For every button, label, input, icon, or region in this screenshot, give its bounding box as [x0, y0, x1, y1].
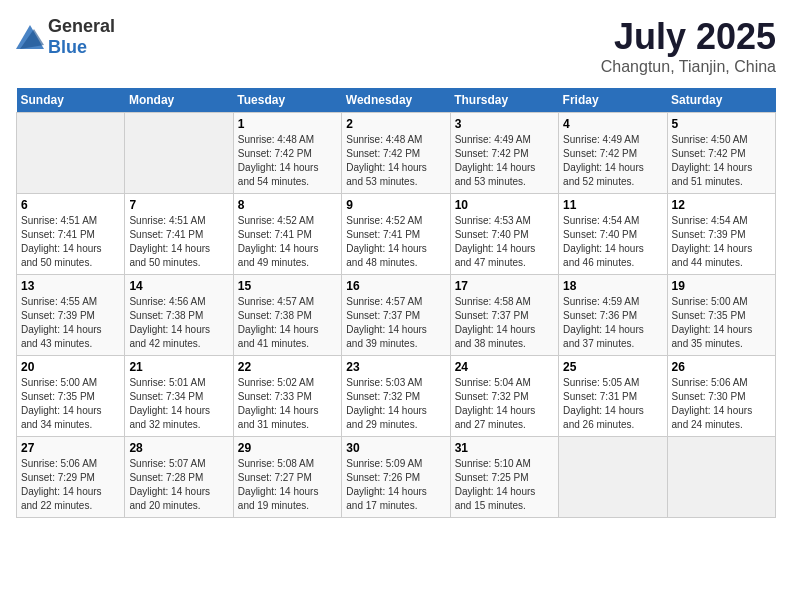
calendar-day-cell — [17, 113, 125, 194]
day-info: Sunrise: 4:51 AMSunset: 7:41 PMDaylight:… — [129, 214, 228, 270]
day-number: 8 — [238, 198, 337, 212]
calendar-day-cell: 13Sunrise: 4:55 AMSunset: 7:39 PMDayligh… — [17, 275, 125, 356]
calendar-day-cell: 17Sunrise: 4:58 AMSunset: 7:37 PMDayligh… — [450, 275, 558, 356]
calendar-day-cell: 21Sunrise: 5:01 AMSunset: 7:34 PMDayligh… — [125, 356, 233, 437]
day-number: 14 — [129, 279, 228, 293]
day-number: 29 — [238, 441, 337, 455]
weekday-header: Friday — [559, 88, 667, 113]
calendar-day-cell: 15Sunrise: 4:57 AMSunset: 7:38 PMDayligh… — [233, 275, 341, 356]
day-info: Sunrise: 5:10 AMSunset: 7:25 PMDaylight:… — [455, 457, 554, 513]
day-info: Sunrise: 5:09 AMSunset: 7:26 PMDaylight:… — [346, 457, 445, 513]
calendar-day-cell: 25Sunrise: 5:05 AMSunset: 7:31 PMDayligh… — [559, 356, 667, 437]
calendar-day-cell: 30Sunrise: 5:09 AMSunset: 7:26 PMDayligh… — [342, 437, 450, 518]
day-info: Sunrise: 5:00 AMSunset: 7:35 PMDaylight:… — [21, 376, 120, 432]
day-info: Sunrise: 5:02 AMSunset: 7:33 PMDaylight:… — [238, 376, 337, 432]
calendar-week-row: 13Sunrise: 4:55 AMSunset: 7:39 PMDayligh… — [17, 275, 776, 356]
weekday-header: Wednesday — [342, 88, 450, 113]
day-number: 4 — [563, 117, 662, 131]
day-info: Sunrise: 5:01 AMSunset: 7:34 PMDaylight:… — [129, 376, 228, 432]
day-info: Sunrise: 4:50 AMSunset: 7:42 PMDaylight:… — [672, 133, 771, 189]
calendar-day-cell: 22Sunrise: 5:02 AMSunset: 7:33 PMDayligh… — [233, 356, 341, 437]
weekday-header: Thursday — [450, 88, 558, 113]
day-number: 10 — [455, 198, 554, 212]
calendar-day-cell: 10Sunrise: 4:53 AMSunset: 7:40 PMDayligh… — [450, 194, 558, 275]
day-number: 19 — [672, 279, 771, 293]
day-number: 5 — [672, 117, 771, 131]
day-number: 22 — [238, 360, 337, 374]
day-number: 20 — [21, 360, 120, 374]
month-year-title: July 2025 — [601, 16, 776, 58]
weekday-header-row: SundayMondayTuesdayWednesdayThursdayFrid… — [17, 88, 776, 113]
day-info: Sunrise: 4:54 AMSunset: 7:39 PMDaylight:… — [672, 214, 771, 270]
day-number: 15 — [238, 279, 337, 293]
day-info: Sunrise: 5:00 AMSunset: 7:35 PMDaylight:… — [672, 295, 771, 351]
day-number: 2 — [346, 117, 445, 131]
calendar-day-cell: 19Sunrise: 5:00 AMSunset: 7:35 PMDayligh… — [667, 275, 775, 356]
day-info: Sunrise: 4:53 AMSunset: 7:40 PMDaylight:… — [455, 214, 554, 270]
logo-text-general: General — [48, 16, 115, 36]
calendar-day-cell: 14Sunrise: 4:56 AMSunset: 7:38 PMDayligh… — [125, 275, 233, 356]
day-number: 17 — [455, 279, 554, 293]
day-number: 18 — [563, 279, 662, 293]
calendar-week-row: 20Sunrise: 5:00 AMSunset: 7:35 PMDayligh… — [17, 356, 776, 437]
calendar-day-cell: 18Sunrise: 4:59 AMSunset: 7:36 PMDayligh… — [559, 275, 667, 356]
calendar-day-cell: 11Sunrise: 4:54 AMSunset: 7:40 PMDayligh… — [559, 194, 667, 275]
day-info: Sunrise: 4:49 AMSunset: 7:42 PMDaylight:… — [563, 133, 662, 189]
logo-icon — [16, 25, 44, 49]
calendar-day-cell: 3Sunrise: 4:49 AMSunset: 7:42 PMDaylight… — [450, 113, 558, 194]
day-info: Sunrise: 4:52 AMSunset: 7:41 PMDaylight:… — [346, 214, 445, 270]
day-number: 1 — [238, 117, 337, 131]
calendar-day-cell: 7Sunrise: 4:51 AMSunset: 7:41 PMDaylight… — [125, 194, 233, 275]
calendar-week-row: 1Sunrise: 4:48 AMSunset: 7:42 PMDaylight… — [17, 113, 776, 194]
day-number: 27 — [21, 441, 120, 455]
calendar-day-cell: 9Sunrise: 4:52 AMSunset: 7:41 PMDaylight… — [342, 194, 450, 275]
day-number: 30 — [346, 441, 445, 455]
calendar-day-cell: 6Sunrise: 4:51 AMSunset: 7:41 PMDaylight… — [17, 194, 125, 275]
day-number: 28 — [129, 441, 228, 455]
day-number: 31 — [455, 441, 554, 455]
day-info: Sunrise: 5:07 AMSunset: 7:28 PMDaylight:… — [129, 457, 228, 513]
day-number: 6 — [21, 198, 120, 212]
day-info: Sunrise: 4:58 AMSunset: 7:37 PMDaylight:… — [455, 295, 554, 351]
calendar-day-cell — [667, 437, 775, 518]
calendar-day-cell: 27Sunrise: 5:06 AMSunset: 7:29 PMDayligh… — [17, 437, 125, 518]
calendar-day-cell: 8Sunrise: 4:52 AMSunset: 7:41 PMDaylight… — [233, 194, 341, 275]
title-area: July 2025 Changtun, Tianjin, China — [601, 16, 776, 76]
day-number: 24 — [455, 360, 554, 374]
calendar-day-cell: 2Sunrise: 4:48 AMSunset: 7:42 PMDaylight… — [342, 113, 450, 194]
day-info: Sunrise: 4:59 AMSunset: 7:36 PMDaylight:… — [563, 295, 662, 351]
day-info: Sunrise: 4:52 AMSunset: 7:41 PMDaylight:… — [238, 214, 337, 270]
weekday-header: Tuesday — [233, 88, 341, 113]
day-info: Sunrise: 4:48 AMSunset: 7:42 PMDaylight:… — [238, 133, 337, 189]
calendar-day-cell: 16Sunrise: 4:57 AMSunset: 7:37 PMDayligh… — [342, 275, 450, 356]
calendar-day-cell: 12Sunrise: 4:54 AMSunset: 7:39 PMDayligh… — [667, 194, 775, 275]
day-number: 25 — [563, 360, 662, 374]
weekday-header: Sunday — [17, 88, 125, 113]
day-info: Sunrise: 5:08 AMSunset: 7:27 PMDaylight:… — [238, 457, 337, 513]
calendar-day-cell — [125, 113, 233, 194]
calendar-day-cell: 4Sunrise: 4:49 AMSunset: 7:42 PMDaylight… — [559, 113, 667, 194]
calendar-day-cell: 23Sunrise: 5:03 AMSunset: 7:32 PMDayligh… — [342, 356, 450, 437]
day-info: Sunrise: 4:57 AMSunset: 7:37 PMDaylight:… — [346, 295, 445, 351]
day-info: Sunrise: 5:06 AMSunset: 7:29 PMDaylight:… — [21, 457, 120, 513]
day-info: Sunrise: 4:48 AMSunset: 7:42 PMDaylight:… — [346, 133, 445, 189]
calendar-day-cell: 24Sunrise: 5:04 AMSunset: 7:32 PMDayligh… — [450, 356, 558, 437]
day-info: Sunrise: 5:04 AMSunset: 7:32 PMDaylight:… — [455, 376, 554, 432]
calendar-day-cell: 20Sunrise: 5:00 AMSunset: 7:35 PMDayligh… — [17, 356, 125, 437]
day-number: 3 — [455, 117, 554, 131]
logo: General Blue — [16, 16, 115, 58]
day-info: Sunrise: 4:51 AMSunset: 7:41 PMDaylight:… — [21, 214, 120, 270]
day-info: Sunrise: 5:05 AMSunset: 7:31 PMDaylight:… — [563, 376, 662, 432]
day-number: 26 — [672, 360, 771, 374]
calendar-week-row: 27Sunrise: 5:06 AMSunset: 7:29 PMDayligh… — [17, 437, 776, 518]
calendar-day-cell: 31Sunrise: 5:10 AMSunset: 7:25 PMDayligh… — [450, 437, 558, 518]
weekday-header: Monday — [125, 88, 233, 113]
day-info: Sunrise: 4:55 AMSunset: 7:39 PMDaylight:… — [21, 295, 120, 351]
day-info: Sunrise: 4:54 AMSunset: 7:40 PMDaylight:… — [563, 214, 662, 270]
weekday-header: Saturday — [667, 88, 775, 113]
day-number: 21 — [129, 360, 228, 374]
day-number: 16 — [346, 279, 445, 293]
calendar-day-cell: 28Sunrise: 5:07 AMSunset: 7:28 PMDayligh… — [125, 437, 233, 518]
day-number: 9 — [346, 198, 445, 212]
day-number: 23 — [346, 360, 445, 374]
